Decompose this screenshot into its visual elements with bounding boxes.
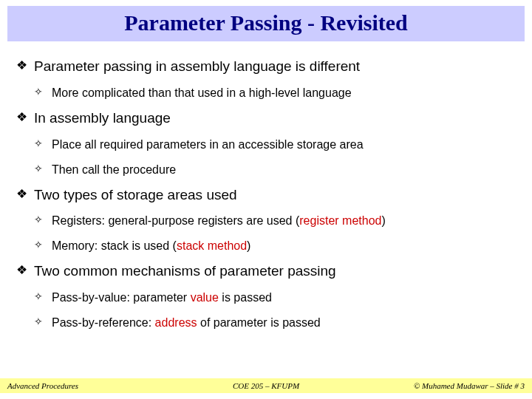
slide-title: Parameter Passing - Revisited: [7, 10, 525, 35]
slide-footer: Advanced Procedures COE 205 – KFUPM © Mu…: [0, 378, 532, 393]
bullet-text: of parameter is passed: [197, 316, 321, 329]
bullet-l2: ✧ Pass-by-value: parameter value is pass…: [34, 290, 516, 305]
bullet-l2: ✧ Registers: general-purpose registers a…: [34, 214, 516, 228]
diamond-open-icon: ✧: [34, 137, 43, 151]
footer-left: Advanced Procedures: [7, 381, 78, 390]
bullet-l1: ❖ In assembly language: [16, 109, 516, 127]
bullet-l2: ✧ Pass-by-reference: address of paramete…: [34, 316, 516, 330]
diamond-open-icon: ✧: [34, 290, 43, 304]
bullet-text: Pass-by-value: parameter: [52, 291, 191, 304]
highlight-text: stack method: [177, 239, 247, 252]
bullet-text: Two common mechanisms of parameter passi…: [34, 263, 336, 279]
bullet-l2: ✧ More complicated than that used in a h…: [34, 86, 516, 100]
diamond-open-icon: ✧: [34, 163, 43, 176]
slide-content: ❖ Parameter passing in assembly language…: [0, 41, 532, 330]
bullet-l2: ✧ Memory: stack is used (stack method): [34, 239, 516, 253]
bullet-l1: ❖ Two types of storage areas used: [16, 186, 516, 204]
bullet-text: Two types of storage areas used: [34, 187, 237, 202]
bullet-text: is passed: [219, 291, 272, 304]
diamond-open-icon: ✧: [34, 214, 43, 227]
diamond-open-icon: ✧: [34, 86, 43, 99]
diamond-open-icon: ✧: [34, 316, 43, 329]
bullet-l1: ❖ Two common mechanisms of parameter pas…: [16, 262, 516, 280]
bullet-text: Memory: stack is used (: [52, 239, 177, 252]
bullet-text: ): [247, 239, 250, 252]
bullet-l1: ❖ Parameter passing in assembly language…: [16, 58, 516, 75]
bullet-text: ): [381, 214, 385, 227]
bullet-text: Registers: general-purpose registers are…: [52, 214, 299, 227]
diamond-icon: ❖: [16, 186, 27, 202]
bullet-text: Place all required parameters in an acce…: [52, 138, 364, 151]
highlight-text: value: [191, 291, 219, 304]
title-bar: Parameter Passing - Revisited: [7, 6, 525, 41]
bullet-text: In assembly language: [34, 110, 171, 126]
bullet-text: Then call the procedure: [52, 163, 176, 176]
diamond-open-icon: ✧: [34, 239, 43, 252]
highlight-text: register method: [299, 214, 381, 227]
footer-right: © Muhamed Mudawar – Slide # 3: [414, 381, 525, 390]
diamond-icon: ❖: [16, 262, 27, 278]
bullet-text: Pass-by-reference:: [52, 316, 155, 329]
diamond-icon: ❖: [16, 109, 27, 125]
bullet-l2: ✧ Then call the procedure: [34, 163, 516, 177]
diamond-icon: ❖: [16, 58, 27, 73]
bullet-text: More complicated than that used in a hig…: [52, 86, 352, 99]
bullet-text: Parameter passing in assembly language i…: [34, 58, 360, 74]
bullet-l2: ✧ Place all required parameters in an ac…: [34, 137, 516, 152]
highlight-text: address: [155, 316, 197, 329]
